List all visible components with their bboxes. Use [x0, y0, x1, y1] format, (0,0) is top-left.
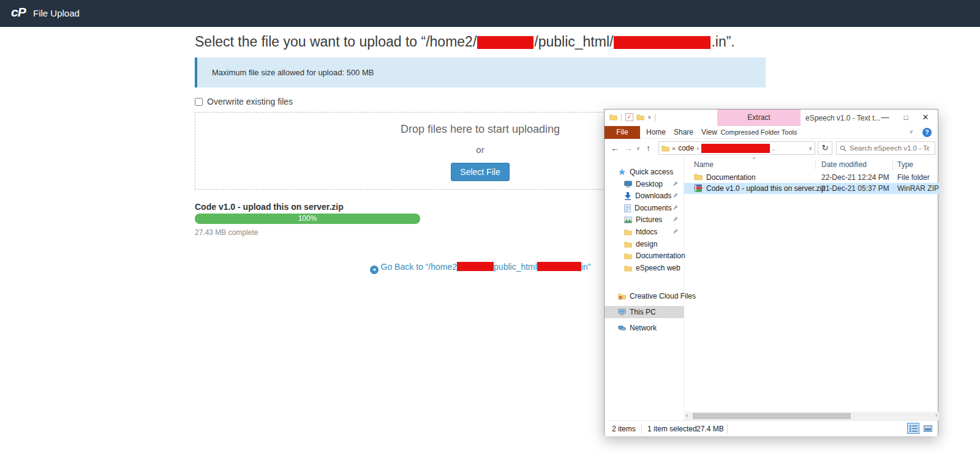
back-link-middle: public_html — [494, 262, 537, 272]
file-row-code-zip[interactable]: Code v1.0 - upload this on server.zip 21… — [684, 183, 939, 194]
winrar-zip-icon — [694, 184, 703, 192]
redaction-address-path — [701, 144, 770, 153]
sidebar-label: eSpeech web — [636, 264, 680, 272]
monitor-icon — [624, 180, 632, 188]
quick-access-toolbar: | ✓ ∨ | — [609, 113, 656, 121]
sidebar-item-espeech-web[interactable]: eSpeech web — [605, 262, 684, 274]
sidebar-label: Quick access — [630, 168, 673, 176]
overwrite-checkbox[interactable] — [195, 98, 203, 106]
scroll-right-icon[interactable]: › — [935, 412, 937, 419]
redaction-username — [477, 36, 533, 49]
nav-up-icon[interactable]: ↑ — [646, 143, 650, 153]
file-name: Code v1.0 - upload this on server.zip — [706, 184, 826, 193]
tab-home[interactable]: Home — [643, 126, 669, 139]
redaction-back-domain — [537, 262, 581, 271]
column-headers: ^ Name Date modified Type — [684, 158, 939, 171]
back-link-suffix: in” — [581, 262, 591, 272]
sidebar-label: This PC — [630, 308, 656, 316]
scrollbar-thumb[interactable] — [693, 413, 851, 419]
sidebar-item-this-pc[interactable]: This PC — [605, 306, 684, 318]
overwrite-label: Overwrite existing files — [207, 97, 293, 106]
ribbon-collapse-icon[interactable]: ∨ — [909, 128, 913, 135]
sidebar-item-documentation[interactable]: Documentation — [605, 250, 684, 262]
toolbar-separator: | — [620, 113, 622, 121]
folder-icon[interactable] — [609, 114, 617, 121]
document-icon — [624, 204, 631, 212]
tab-compressed-folder-tools[interactable]: Compressed Folder Tools — [717, 126, 801, 139]
close-button[interactable]: ✕ — [916, 110, 935, 126]
column-header-type[interactable]: Type — [897, 160, 913, 169]
search-input[interactable] — [850, 144, 929, 152]
toolbar-separator: | — [654, 113, 656, 121]
item-count: 2 items — [612, 425, 636, 433]
pin-icon — [673, 229, 678, 234]
folder-icon — [624, 253, 632, 259]
sidebar-label: Pictures — [636, 215, 662, 224]
star-icon — [618, 168, 626, 176]
sidebar-item-htdocs[interactable]: htdocs — [605, 226, 684, 238]
network-icon — [618, 324, 626, 332]
folder-icon — [662, 145, 669, 152]
breadcrumb-trailing: . — [772, 144, 774, 152]
details-view-button[interactable] — [907, 423, 919, 434]
sidebar-item-documents[interactable]: Documents — [605, 202, 684, 214]
sidebar-label: Documents — [635, 204, 672, 212]
upload-status: 27.43 MB complete — [195, 228, 258, 237]
pin-icon — [673, 205, 678, 210]
tab-file[interactable]: File — [605, 126, 640, 139]
sidebar-label: design — [636, 240, 657, 248]
upload-progress-bar: 100% — [195, 214, 420, 224]
sidebar-item-creative-cloud-files[interactable]: oo Creative Cloud Files — [605, 290, 684, 302]
maximize-button[interactable]: □ — [896, 110, 916, 126]
column-divider[interactable] — [815, 160, 816, 169]
pin-icon — [673, 193, 678, 198]
sidebar-item-pictures[interactable]: Pictures — [605, 214, 684, 226]
column-header-name[interactable]: Name — [694, 160, 714, 169]
sidebar-item-design[interactable]: design — [605, 238, 684, 250]
minimize-button[interactable]: — — [875, 110, 895, 126]
search-box[interactable] — [836, 141, 935, 155]
tab-share[interactable]: Share — [671, 126, 696, 139]
properties-check-icon[interactable]: ✓ — [625, 113, 633, 121]
folder-icon — [624, 241, 632, 248]
select-file-button[interactable]: Select File — [451, 163, 509, 181]
address-dropdown-icon[interactable]: ∨ — [809, 146, 812, 151]
selection-size: 27.4 MB — [696, 425, 724, 433]
column-header-date-modified[interactable]: Date modified — [821, 160, 867, 169]
file-date: 22-Dec-21 12:24 PM — [821, 173, 889, 182]
folder-icon — [624, 229, 632, 236]
breadcrumb-separator-icon[interactable]: › — [696, 144, 699, 152]
address-input[interactable]: « code › . ∨ — [658, 141, 815, 155]
nav-forward-icon[interactable]: → — [624, 143, 633, 153]
help-icon[interactable]: ? — [922, 128, 932, 137]
search-icon — [840, 145, 846, 152]
overwrite-row: Overwrite existing files — [195, 97, 293, 106]
status-divider — [641, 424, 642, 433]
nav-history-icon[interactable]: ∨ — [636, 146, 640, 151]
sidebar-item-network[interactable]: Network — [605, 322, 684, 334]
sidebar-item-desktop[interactable]: Desktop — [605, 178, 684, 190]
file-row-documentation[interactable]: Documentation 22-Dec-21 12:24 PM File fo… — [684, 172, 939, 183]
breadcrumb-folder[interactable]: code — [678, 144, 694, 152]
new-folder-icon[interactable] — [636, 114, 644, 121]
horizontal-scrollbar[interactable]: ‹ › — [684, 412, 939, 420]
customize-toolbar-icon[interactable]: ∨ — [647, 114, 651, 120]
upload-filename: Code v1.0 - upload this on server.zip — [195, 202, 344, 212]
extract-context-header[interactable]: Extract — [717, 110, 801, 126]
file-type: WinRAR ZIP arch — [897, 184, 939, 193]
cpanel-logo: cP — [11, 5, 26, 20]
breadcrumb-back[interactable]: « — [672, 144, 676, 152]
sidebar-item-quick-access[interactable]: Quick access — [605, 166, 684, 178]
nav-back-icon[interactable]: ← — [611, 143, 619, 153]
sidebar-item-downloads[interactable]: Downloads — [605, 190, 684, 202]
download-arrow-icon — [624, 192, 631, 200]
scroll-left-icon[interactable]: ‹ — [686, 412, 688, 419]
file-date: 21-Dec-21 05:37 PM — [821, 184, 889, 193]
thumbnail-view-button[interactable] — [922, 423, 934, 434]
file-list: ^ Name Date modified Type Documentation … — [684, 157, 939, 412]
refresh-icon[interactable]: ↻ — [818, 141, 832, 155]
column-divider[interactable] — [892, 160, 893, 169]
file-type: File folder — [897, 173, 930, 182]
max-size-text: Maximum file size allowed for upload: 50… — [212, 68, 374, 77]
page-title: File Upload — [33, 8, 80, 18]
